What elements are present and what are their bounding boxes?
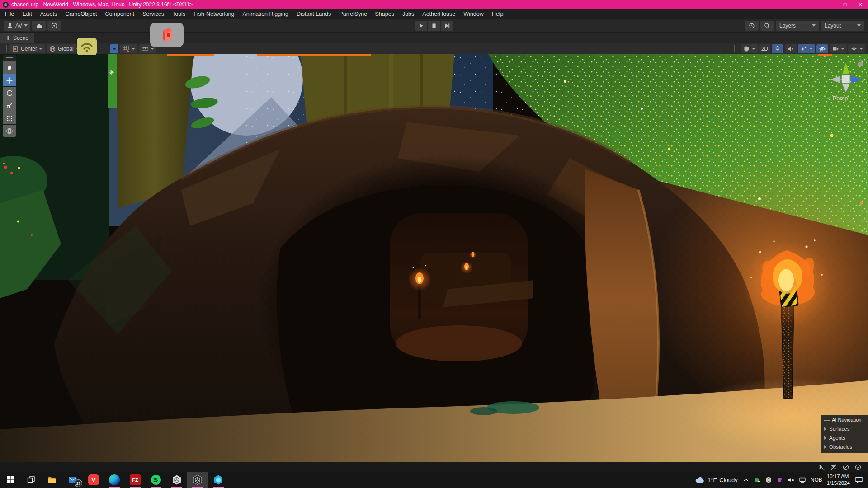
- ruler-icon: [142, 45, 149, 52]
- taskbar-icon-unity-editor[interactable]: [187, 472, 208, 488]
- gizmos-button[interactable]: [848, 44, 865, 53]
- ai-nav-surfaces[interactable]: Surfaces: [824, 426, 866, 432]
- orientation-gizmo[interactable]: y z < Persp: [826, 57, 866, 102]
- gizmo-z-cone[interactable]: [851, 76, 862, 83]
- chevron-down-icon: [812, 24, 816, 27]
- toolbar-drag-handle[interactable]: [3, 45, 7, 52]
- taskbar-icon-vivaldi[interactable]: V: [83, 472, 104, 488]
- ai-nav-agents[interactable]: Agents: [824, 435, 866, 441]
- picking-off-icon[interactable]: [842, 464, 849, 471]
- cloud-button[interactable]: [32, 21, 46, 31]
- pivot-mode-button[interactable]: Center: [9, 44, 45, 53]
- effects-toggle[interactable]: [798, 44, 815, 53]
- taskbar-icon-blue-hexagon-app[interactable]: [208, 472, 229, 488]
- rotate-tool-button[interactable]: [3, 87, 16, 99]
- menu-fish-networking[interactable]: Fish-Networking: [189, 9, 238, 19]
- layers-dropdown[interactable]: Layers: [776, 21, 819, 31]
- layout-dropdown[interactable]: Layout: [821, 21, 864, 31]
- menu-parrelsync[interactable]: ParrelSync: [335, 9, 371, 19]
- layers-off-icon[interactable]: [830, 464, 837, 471]
- task-view-button[interactable]: [21, 472, 42, 488]
- menu-services[interactable]: Services: [138, 9, 168, 19]
- tray-unity-hub-icon[interactable]: [765, 476, 772, 483]
- rect-tool-button[interactable]: [3, 112, 16, 124]
- menu-jobs[interactable]: Jobs: [398, 9, 418, 19]
- action-center-icon[interactable]: [854, 475, 863, 484]
- menu-animation-rigging[interactable]: Animation Rigging: [238, 9, 292, 19]
- step-button[interactable]: [441, 21, 453, 31]
- menu-help[interactable]: Help: [488, 9, 508, 19]
- tray-sync-icon[interactable]: [754, 476, 761, 483]
- transform-tool-button[interactable]: [3, 125, 16, 137]
- taskbar-icon-spotify[interactable]: [146, 472, 166, 488]
- camera-settings-button[interactable]: [830, 44, 847, 53]
- gizmo-center-cube[interactable]: [842, 75, 850, 83]
- taskbar-icon-unity-hub[interactable]: [166, 472, 187, 488]
- version-control-button[interactable]: [47, 21, 61, 31]
- audio-toggle[interactable]: [785, 44, 797, 53]
- clock-widget[interactable]: 10:17 AM 1/15/2024: [827, 473, 850, 487]
- minimize-button[interactable]: –: [822, 0, 837, 9]
- toolbar-drag-handle[interactable]: [734, 45, 738, 52]
- tab-scene[interactable]: Scene: [0, 33, 34, 43]
- network-icon[interactable]: [799, 476, 806, 483]
- weather-widget[interactable]: 1°F Cloudy: [695, 476, 738, 483]
- flashlight-off-icon[interactable]: [818, 464, 825, 471]
- menu-component[interactable]: Component: [101, 9, 138, 19]
- 2d-view-toggle[interactable]: 2D: [759, 44, 770, 53]
- edge-icon: [109, 474, 120, 485]
- search-icon: [764, 22, 771, 29]
- selection-outline: [818, 54, 832, 56]
- menu-aetherhouse[interactable]: AetherHouse: [418, 9, 459, 19]
- pause-button[interactable]: [428, 21, 440, 31]
- ai-nav-agents-label: Agents: [829, 435, 845, 441]
- palette-drag-handle[interactable]: [3, 55, 16, 61]
- scene-visibility-toggle[interactable]: [816, 44, 828, 53]
- dragged-asset-button[interactable]: [150, 23, 184, 47]
- start-button[interactable]: [0, 472, 21, 488]
- ai-navigation-header[interactable]: AI Navigation: [824, 417, 866, 422]
- scale-icon: [6, 102, 13, 109]
- menu-edit[interactable]: Edit: [18, 9, 36, 19]
- tray-3d-app-icon[interactable]: [776, 476, 783, 483]
- shading-mode-button[interactable]: [741, 44, 758, 53]
- menu-bar: File Edit Assets GameObject Component Se…: [0, 9, 868, 19]
- tray-expand-chevron-icon[interactable]: [742, 476, 750, 483]
- menu-tools[interactable]: Tools: [168, 9, 189, 19]
- taskbar-icon-edge[interactable]: [104, 472, 125, 488]
- menu-distant-lands[interactable]: Distant Lands: [292, 9, 335, 19]
- lighting-toggle[interactable]: [772, 44, 783, 53]
- pivot-label: Center: [21, 46, 37, 52]
- undo-history-button[interactable]: [745, 21, 759, 31]
- ai-nav-obstacles[interactable]: Obstacles: [824, 444, 866, 450]
- account-dropdown[interactable]: AV: [4, 21, 30, 31]
- menu-shapes[interactable]: Shapes: [371, 9, 398, 19]
- language-indicator[interactable]: NOB: [811, 477, 822, 483]
- selection-outline: [167, 54, 214, 56]
- menu-file[interactable]: File: [1, 9, 18, 19]
- orientation-button[interactable]: Global: [47, 44, 81, 53]
- maximize-button[interactable]: □: [837, 0, 853, 9]
- taskbar-icon-filezilla[interactable]: FZ: [125, 472, 146, 488]
- close-button[interactable]: ✕: [853, 0, 868, 9]
- search-button[interactable]: [760, 21, 774, 31]
- scene-viewport[interactable]: y z < Persp AI Navigation Surfaces: [0, 54, 868, 462]
- scale-tool-button[interactable]: [3, 99, 16, 112]
- taskbar-icon-explorer[interactable]: [42, 472, 62, 488]
- move-tool-button[interactable]: [3, 74, 16, 86]
- taskbar-icon-mail[interactable]: 27: [62, 472, 83, 488]
- projection-label[interactable]: < Persp: [827, 95, 866, 102]
- play-button[interactable]: [415, 21, 427, 31]
- overlay-tool-button[interactable]: [77, 38, 97, 55]
- grid-snap-button[interactable]: [120, 44, 137, 53]
- menu-window[interactable]: Window: [459, 9, 487, 19]
- menu-gameobject[interactable]: GameObject: [61, 9, 101, 19]
- view-tool-button[interactable]: [3, 61, 16, 74]
- overlay-tool-dropdown[interactable]: [110, 44, 118, 53]
- volume-muted-icon[interactable]: [788, 476, 795, 483]
- gizmo-down-cone[interactable]: [842, 84, 849, 92]
- menu-assets[interactable]: Assets: [36, 9, 61, 19]
- gizmo-x-cone[interactable]: [830, 76, 840, 83]
- gizmo-y-cone[interactable]: [842, 63, 849, 74]
- check-circle-icon[interactable]: [854, 464, 862, 471]
